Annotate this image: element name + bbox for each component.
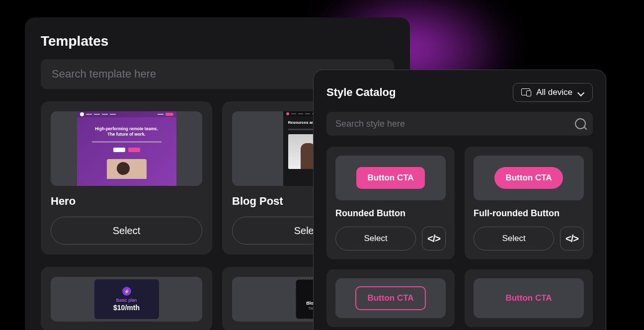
template-thumb-hero: High-performing remote teams. The future…: [51, 111, 202, 186]
style-card-text: Button CTA: [465, 269, 593, 327]
device-select[interactable]: All device: [513, 83, 593, 102]
code-icon: </>: [565, 233, 578, 245]
devices-icon: [521, 88, 531, 96]
style-preview: Button CTA: [474, 278, 584, 318]
pricing-plan-label: Basic plan: [116, 298, 137, 303]
hero-mock: High-performing remote teams. The future…: [77, 111, 176, 186]
style-actions: Select </>: [335, 227, 446, 250]
cta-preview-full: Button CTA: [494, 167, 563, 189]
device-select-label: All device: [536, 87, 572, 97]
catalog-search-input[interactable]: [326, 112, 593, 136]
style-name: Full-rounded Button: [474, 208, 584, 219]
code-icon: </>: [427, 233, 440, 245]
hero-mock-headline-1: High-performing remote teams.: [95, 126, 158, 132]
style-select-button[interactable]: Select: [474, 227, 554, 250]
hero-mock-headline-2: The future of work.: [95, 132, 158, 137]
style-preview: Button CTA: [335, 278, 446, 318]
catalog-header: Style Catalog All device: [326, 83, 593, 102]
templates-title: Templates: [41, 33, 394, 49]
style-grid-row-2: Button CTA Button CTA: [326, 269, 593, 327]
pricing-mock: Basic plan $10/mth: [94, 279, 159, 319]
style-preview: Button CTA: [335, 156, 446, 200]
catalog-search-wrap: [326, 112, 593, 136]
zap-icon: [122, 287, 131, 296]
template-thumb-pricing: Basic plan $10/mth: [51, 277, 202, 322]
catalog-title: Style Catalog: [326, 86, 396, 99]
style-card-outline: Button CTA: [326, 269, 455, 327]
style-name: Rounded Button: [335, 208, 446, 219]
search-icon[interactable]: [575, 118, 586, 129]
cta-preview-text: Button CTA: [494, 287, 563, 309]
code-button[interactable]: </>: [560, 227, 584, 250]
code-button[interactable]: </>: [422, 227, 446, 250]
style-catalog-panel: Style Catalog All device Button CTA Roun…: [313, 70, 606, 330]
template-select-button[interactable]: Select: [51, 217, 202, 245]
style-select-button[interactable]: Select: [335, 227, 416, 250]
template-card-pricing: Basic plan $10/mth: [41, 267, 212, 330]
style-actions: Select </>: [474, 227, 584, 250]
template-card-title: Hero: [51, 195, 202, 208]
cta-preview-rounded: Button CTA: [356, 167, 424, 189]
cta-preview-outline: Button CTA: [355, 286, 425, 310]
template-card-hero: High-performing remote teams. The future…: [41, 101, 212, 254]
pricing-price: $10/mth: [113, 304, 140, 312]
style-preview: Button CTA: [474, 156, 584, 200]
style-card-full-rounded: Button CTA Full-rounded Button Select </…: [465, 147, 593, 259]
chevron-down-icon: [577, 89, 584, 96]
style-card-rounded: Button CTA Rounded Button Select </>: [326, 147, 455, 259]
style-grid-row-1: Button CTA Rounded Button Select </> But…: [326, 147, 593, 259]
